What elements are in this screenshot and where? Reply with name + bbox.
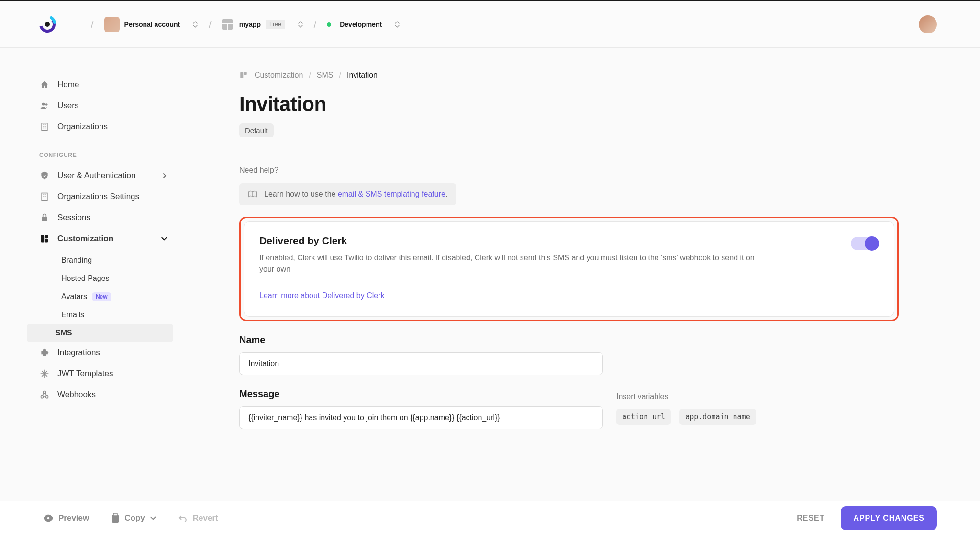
subnav-item-emails[interactable]: Emails	[56, 306, 173, 324]
help-banner: Learn how to use the email & SMS templat…	[239, 183, 456, 205]
svg-rect-5	[42, 193, 47, 201]
sidebar-item-label: Sessions	[57, 213, 90, 223]
subnav-item-label: SMS	[56, 329, 72, 337]
sidebar-item-sessions[interactable]: Sessions	[37, 207, 173, 228]
sidebar-item-customization[interactable]: Customization	[37, 228, 173, 249]
copy-button[interactable]: Copy	[111, 513, 156, 523]
env-status-dot	[327, 22, 331, 27]
revert-button[interactable]: Revert	[178, 513, 218, 523]
sidebar-item-integrations[interactable]: Integrations	[37, 342, 173, 363]
jwt-icon	[39, 369, 50, 379]
svg-rect-16	[244, 72, 247, 75]
message-input[interactable]	[239, 406, 603, 429]
env-switcher[interactable]: Development	[327, 20, 400, 29]
separator-icon: /	[309, 71, 311, 79]
shield-icon	[39, 171, 50, 180]
svg-point-1	[45, 22, 50, 27]
account-switcher[interactable]: Personal account	[104, 17, 199, 32]
svg-rect-15	[240, 72, 243, 78]
variable-chip[interactable]: action_url	[616, 409, 671, 425]
message-label: Message	[239, 389, 603, 400]
building-icon	[39, 122, 50, 132]
updown-icon	[394, 20, 400, 29]
toggle-knob	[865, 236, 879, 251]
separator-icon: /	[339, 71, 341, 79]
name-label: Name	[239, 334, 899, 346]
sidebar-item-webhooks[interactable]: Webhooks	[37, 384, 173, 405]
preview-label: Preview	[58, 513, 89, 523]
footer-bar: Preview Copy Revert RESET APPLY CHANGES	[0, 501, 980, 535]
sidebar-item-home[interactable]: Home	[37, 74, 173, 95]
sidebar-item-label: Organizations Settings	[57, 192, 139, 201]
breadcrumb-item[interactable]: Customization	[255, 71, 303, 79]
subnav-item-label: Hosted Pages	[61, 274, 110, 283]
users-icon	[39, 101, 50, 111]
preview-button[interactable]: Preview	[43, 513, 89, 523]
updown-icon	[192, 20, 198, 29]
variable-chips: action_url app.domain_name	[616, 409, 899, 425]
revert-label: Revert	[193, 513, 218, 523]
breadcrumb-item[interactable]: SMS	[317, 71, 334, 79]
sidebar-section-label: CONFIGURE	[39, 152, 173, 158]
apply-changes-button[interactable]: APPLY CHANGES	[841, 506, 937, 530]
user-avatar[interactable]	[919, 15, 937, 33]
svg-point-3	[45, 103, 48, 106]
puzzle-icon	[39, 348, 50, 357]
card-title: Delivered by Clerk	[259, 235, 836, 246]
delivered-toggle[interactable]	[851, 237, 879, 250]
undo-icon	[178, 514, 188, 522]
need-help-label: Need help?	[239, 166, 899, 175]
sidebar-item-users[interactable]: Users	[37, 95, 173, 116]
subnav-item-sms[interactable]: SMS	[27, 324, 173, 342]
sidebar-item-org-settings[interactable]: Organizations Settings	[37, 186, 173, 207]
svg-point-2	[42, 103, 45, 106]
sidebar-item-label: Home	[57, 80, 79, 89]
help-text: Learn how to use the email & SMS templat…	[264, 190, 447, 199]
sidebar-item-user-auth[interactable]: User & Authentication	[37, 165, 173, 186]
env-label: Development	[340, 21, 382, 28]
svg-rect-19	[113, 513, 117, 516]
sidebar-item-label: Organizations	[57, 122, 108, 132]
webhook-icon	[39, 390, 50, 400]
reset-button[interactable]: RESET	[797, 514, 824, 523]
subnav-item-label: Avatars	[61, 292, 87, 301]
main-content: Customization / SMS / Invitation Invitat…	[187, 48, 980, 501]
chevron-down-icon	[161, 235, 167, 242]
svg-point-10	[44, 349, 45, 350]
lock-icon	[39, 213, 50, 223]
svg-rect-7	[41, 235, 45, 243]
learn-more-link[interactable]: Learn more about Delivered by Clerk	[259, 291, 384, 300]
logo[interactable]	[38, 15, 56, 33]
name-input[interactable]	[239, 352, 603, 375]
sidebar-item-label: Webhooks	[57, 390, 96, 400]
breadcrumb: Customization / SMS / Invitation	[239, 71, 899, 79]
svg-rect-4	[42, 123, 47, 131]
svg-rect-6	[42, 217, 47, 221]
sidebar-item-label: JWT Templates	[57, 369, 113, 379]
updown-icon	[298, 20, 303, 29]
separator-icon: /	[314, 19, 317, 30]
new-badge: New	[92, 292, 111, 301]
subnav-item-label: Emails	[61, 311, 84, 319]
page-title: Invitation	[239, 93, 899, 116]
clipboard-icon	[111, 513, 120, 523]
sidebar-item-organizations[interactable]: Organizations	[37, 116, 173, 137]
subnav-item-avatars[interactable]: Avatars New	[56, 288, 173, 306]
palette-icon	[239, 71, 249, 79]
plan-badge: Free	[266, 20, 285, 29]
account-avatar	[104, 17, 120, 32]
separator-icon: /	[209, 19, 212, 30]
subnav-item-branding[interactable]: Branding	[56, 251, 173, 269]
variable-chip[interactable]: app.domain_name	[679, 409, 756, 425]
copy-label: Copy	[124, 513, 145, 523]
svg-point-13	[46, 396, 48, 398]
subnav-item-hosted-pages[interactable]: Hosted Pages	[56, 269, 173, 288]
sidebar-item-jwt[interactable]: JWT Templates	[37, 363, 173, 384]
home-icon	[39, 80, 50, 89]
app-switcher[interactable]: myapp Free	[222, 19, 303, 30]
delivered-by-clerk-card: Delivered by Clerk If enabled, Clerk wil…	[239, 217, 899, 321]
eye-icon	[43, 514, 54, 522]
vars-label: Insert variables	[616, 392, 899, 401]
help-link[interactable]: email & SMS templating feature	[338, 190, 445, 198]
subnav-item-label: Branding	[61, 256, 92, 265]
